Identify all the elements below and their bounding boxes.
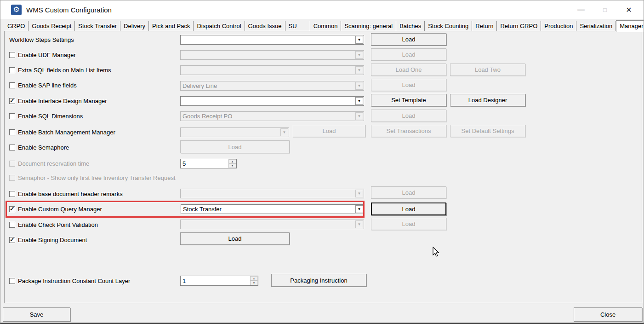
load-one-button: Load One [371, 64, 446, 76]
spinner-up-icon[interactable] [228, 159, 236, 164]
enable-check-point-validation-label: Enable Check Point Validation [18, 221, 98, 228]
chevron-down-icon [355, 190, 363, 197]
enable-sap-line-fields-label: Enable SAP line fields [18, 82, 77, 89]
enable-interface-design-manager-label: Enable Interface Design Manager [18, 98, 107, 104]
enable-sql-dimensions-label: Enable SQL Dimensions [18, 113, 83, 120]
document-reservation-time-checkbox [9, 161, 15, 167]
tab-serialization[interactable]: Serialization [576, 21, 616, 31]
tab-return[interactable]: Return [472, 21, 497, 31]
sap-line-fields-combo: Delivery Line [180, 81, 364, 91]
semaphore-load-button: Load [180, 140, 290, 153]
maximize-icon: □ [593, 0, 617, 19]
extra-sql-fields-label: Extra SQL fields on Main List Items [18, 67, 111, 74]
spinner-down-icon[interactable] [228, 164, 236, 168]
udf-manager-load-button: Load [371, 48, 446, 61]
base-doc-header-remarks-combo [180, 189, 364, 198]
enable-base-doc-header-remarks-label: Enable base document header remarks [18, 191, 123, 197]
enable-semaphore-checkbox[interactable] [9, 145, 15, 150]
enable-udf-manager-checkbox[interactable] [9, 52, 15, 58]
package-instruction-count-spinner[interactable]: 1 [180, 276, 258, 286]
enable-batch-management-label: Enable Batch Management Manager [18, 129, 115, 136]
tab-production[interactable]: Production [541, 21, 576, 31]
enable-sql-dimensions-checkbox[interactable] [9, 113, 15, 119]
chevron-down-icon [355, 36, 363, 44]
enable-signing-document-label: Enable Signing Document [18, 237, 87, 243]
wms-custom-configuration-window: WMS Custom Configuration — □ ✕ GRPO Good… [0, 0, 644, 324]
set-default-settings-button: Set Default Settings [450, 125, 525, 137]
window-title: WMS Custom Configuration [26, 6, 112, 14]
enable-semaphore-label: Enable Semaphore [18, 144, 69, 151]
enable-check-point-validation-checkbox[interactable] [9, 222, 15, 228]
enable-sap-line-fields-checkbox[interactable] [9, 82, 15, 88]
enable-base-doc-header-remarks-checkbox[interactable] [9, 191, 15, 197]
enable-udf-manager-label: Enable UDF Manager [18, 52, 76, 58]
tab-batches[interactable]: Batches [396, 21, 425, 31]
close-button[interactable]: Close [574, 307, 642, 322]
tab-common[interactable]: Common [310, 21, 342, 31]
package-instruction-constant-count-checkbox[interactable] [9, 278, 15, 284]
enable-signing-document-checkbox[interactable] [9, 237, 15, 243]
extra-sql-fields-combo [180, 65, 364, 75]
chevron-down-icon [355, 51, 363, 59]
package-instruction-constant-count-label: Package Instruction Constant Count Layer [18, 278, 130, 284]
set-template-button[interactable]: Set Template [371, 94, 446, 106]
minimize-icon[interactable]: — [569, 0, 593, 19]
tab-stock-counting[interactable]: Stock Counting [425, 21, 472, 31]
chevron-down-icon [355, 205, 363, 213]
load-two-button: Load Two [450, 64, 525, 76]
tab-stock-transfer[interactable]: Stock Transfer [75, 21, 120, 31]
tab-su[interactable]: SU [285, 21, 310, 31]
save-button[interactable]: Save [3, 307, 70, 322]
sql-dimensions-combo: Goods Receipt PO [180, 111, 364, 121]
check-point-validation-load-button: Load [371, 218, 446, 230]
workflow-steps-settings-label: Workflow Steps Settings [9, 36, 74, 43]
spinner-down-icon[interactable] [250, 281, 258, 285]
tab-strip: GRPO Goods Receipt Stock Transfer Delive… [4, 21, 644, 31]
enable-custom-query-manager-label: Enable Custom Query Manager [18, 206, 102, 213]
enable-interface-design-manager-checkbox[interactable] [9, 98, 15, 104]
chevron-down-icon [355, 220, 363, 228]
sql-dimensions-load-button: Load [371, 110, 446, 122]
batch-management-combo [180, 127, 289, 137]
workflow-steps-combo[interactable] [180, 35, 364, 45]
manager-tab-page: Workflow Steps Settings Load Enable UDF … [4, 31, 642, 303]
semaphor-show-first-free-label: Semaphor - Show only first free Inventor… [18, 174, 176, 181]
check-point-validation-combo [180, 220, 364, 229]
spinner-up-icon[interactable] [250, 276, 258, 281]
base-doc-header-remarks-load-button: Load [371, 186, 446, 199]
packaging-instruction-button[interactable]: Packaging Instruction [271, 274, 366, 287]
document-reservation-time-label: Document reservation time [18, 160, 89, 167]
app-gear-icon [11, 5, 22, 15]
chevron-down-icon [355, 97, 363, 105]
title-bar: WMS Custom Configuration — □ ✕ [0, 0, 644, 19]
extra-sql-fields-checkbox[interactable] [9, 67, 15, 73]
tab-pick-and-pack[interactable]: Pick and Pack [149, 21, 194, 31]
close-icon[interactable]: ✕ [617, 0, 641, 19]
tab-scanning-general[interactable]: Scanning: general [341, 21, 396, 31]
window-controls: — □ ✕ [569, 0, 641, 19]
document-reservation-time-spinner[interactable]: 5 [180, 159, 237, 168]
tab-goods-issue[interactable]: Goods Issue [245, 21, 285, 31]
tab-delivery[interactable]: Delivery [120, 21, 149, 31]
tab-manager[interactable]: Manager [616, 20, 644, 32]
custom-query-manager-load-button[interactable]: Load [371, 202, 446, 215]
set-transactions-button: Set Transactions [371, 125, 446, 137]
tab-return-grpo[interactable]: Return GRPO [497, 21, 541, 31]
enable-batch-management-checkbox[interactable] [9, 129, 15, 135]
udf-manager-combo [180, 50, 364, 60]
signing-document-load-button[interactable]: Load [180, 232, 290, 245]
custom-query-manager-combo[interactable]: Stock Transfer [181, 204, 364, 214]
chevron-down-icon [355, 112, 363, 120]
chevron-down-icon [355, 82, 363, 90]
workflow-steps-load-button[interactable]: Load [371, 33, 446, 46]
tab-grpo[interactable]: GRPO [4, 21, 28, 31]
mouse-cursor [432, 247, 441, 258]
tab-dispatch-control[interactable]: Dispatch Control [194, 21, 245, 31]
interface-design-combo[interactable] [180, 96, 364, 106]
sap-line-fields-load-button: Load [371, 79, 446, 91]
enable-custom-query-manager-checkbox[interactable] [9, 206, 15, 212]
batch-management-load-button: Load [293, 125, 365, 137]
tab-goods-receipt[interactable]: Goods Receipt [28, 21, 75, 31]
chevron-down-icon [280, 128, 288, 136]
load-designer-button[interactable]: Load Designer [450, 94, 525, 106]
